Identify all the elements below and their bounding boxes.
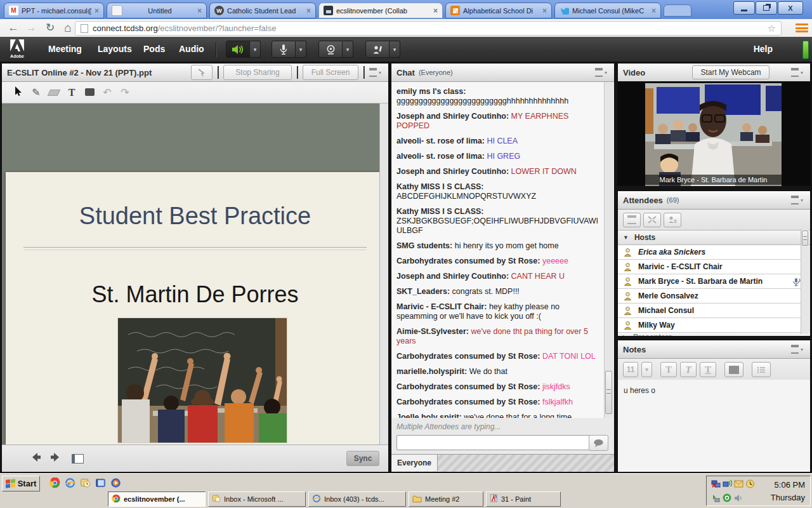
prev-slide-icon[interactable] [30,451,43,465]
attendee-row[interactable]: Marivic - E-CSLIT Chair [618,260,807,274]
tray-clock-day[interactable]: Thursday [771,493,805,502]
tab-twitter[interactable]: Michael Consul (MikeC × [554,3,661,18]
chat-scroll-thumb[interactable] [605,371,612,414]
microphone-button[interactable] [272,41,296,58]
menu-layouts[interactable]: Layouts [95,37,134,62]
microphone-dropdown[interactable]: ▾ [296,41,306,58]
attendees-scroll-thumb[interactable] [802,231,808,246]
taskbar-button-paint[interactable]: 31 - Paint [486,491,561,507]
update-sync-icon[interactable] [710,493,721,503]
close-button[interactable]: X [778,1,803,15]
speaker-dropdown[interactable]: ▾ [250,41,261,58]
presenters-group-header[interactable]: ▶ Presenters [618,333,810,337]
video-pod-menu-icon[interactable]: ▾ [791,68,805,77]
attendee-status-button[interactable] [664,213,681,227]
font-size-dropdown[interactable]: ▾ [641,362,652,377]
tab-close-icon[interactable]: × [542,6,547,15]
sync-button[interactable]: Sync [346,451,379,466]
url-bar[interactable]: connect.tcdsb.org/ecslitnovember/?launch… [75,21,782,36]
bullet-list-button[interactable] [752,362,771,377]
connection-status-icon[interactable] [802,41,809,59]
speaker-button[interactable] [226,41,250,58]
ie-quicklaunch-icon[interactable]: e [63,476,77,490]
taskbar-button-ecslitnovember[interactable]: ecslitnovember (... [108,491,206,507]
attendees-scrollbar[interactable] [801,229,809,334]
new-tab-button[interactable] [664,4,691,17]
tab-close-icon[interactable]: × [652,6,656,15]
chrome-quicklaunch-icon[interactable] [48,476,62,490]
network-activity-icon[interactable] [722,479,732,489]
menu-help[interactable]: Help [751,37,775,62]
menu-audio[interactable]: Audio [176,37,207,62]
webcam-dropdown[interactable]: ▾ [343,41,353,58]
font-size-value[interactable]: 11 [623,362,638,377]
messenger-icon[interactable] [722,493,732,503]
wmp-quicklaunch-icon[interactable] [109,476,122,490]
italic-button[interactable]: T [680,362,697,377]
breakout-view-button[interactable] [643,213,661,227]
moviemaker-quicklaunch-icon[interactable] [94,476,107,490]
tab-untitled[interactable]: Untitled × [107,3,207,18]
attendee-row[interactable]: Milky Way [618,318,807,333]
tab-school-directory[interactable]: Alphabetical School Di × [445,3,552,18]
set-status-button[interactable] [365,41,390,58]
tab-close-icon[interactable]: × [306,6,311,15]
outlook-quicklaunch-icon[interactable] [79,476,92,490]
undo-icon[interactable]: ↶ [98,86,116,98]
chat-input[interactable] [396,435,593,450]
new-mail-icon[interactable] [733,479,743,489]
minimize-button[interactable] [733,1,755,15]
volume-icon[interactable] [733,493,743,503]
hosts-group-header[interactable]: ▼ Hosts [618,231,810,245]
network-error-icon[interactable] [710,479,721,489]
menu-meeting[interactable]: Meeting [46,37,84,62]
webcam-button[interactable] [318,41,343,58]
collapse-icon[interactable]: ▼ [623,234,629,241]
send-message-button[interactable] [589,435,608,451]
status-dropdown[interactable]: ▾ [390,41,400,58]
attendee-row[interactable]: Michael Consul [618,304,807,318]
text-color-button[interactable] [724,362,743,377]
reload-icon[interactable]: ↻ [42,20,58,36]
stop-sharing-button[interactable]: Stop Sharing [223,65,292,80]
next-slide-icon[interactable] [49,451,62,465]
notes-pod-menu-icon[interactable]: ▾ [791,345,805,354]
tab-wordpress[interactable]: W Catholic Student Lead × [209,3,316,18]
full-screen-button[interactable]: Full Screen [303,65,358,80]
expand-icon[interactable]: ▶ [623,334,627,337]
chat-log[interactable]: emily ms I's class: gggggggggggggggggggg… [391,82,605,418]
chat-pod-menu-icon[interactable]: ▾ [595,68,609,77]
chrome-menu-icon[interactable] [796,23,808,32]
chat-scrollbar[interactable] [604,82,613,418]
bookmark-star-icon[interactable]: ☆ [768,23,776,34]
chat-tab-everyone[interactable]: Everyone [391,455,438,471]
tab-gmail[interactable]: M PPT - michael.consul@ × [4,3,104,18]
start-webcam-button[interactable]: Start My Webcam [692,65,769,79]
redo-icon[interactable]: ↷ [116,86,134,98]
pencil-tool-icon[interactable]: ✎ [27,86,45,98]
forward-icon[interactable]: → [23,20,39,36]
attendee-row[interactable]: Mark Bryce - St. Barbara de Martin [618,274,807,289]
attendees-pod-menu-icon[interactable]: ▾ [791,196,805,204]
restore-button[interactable] [756,1,777,15]
taskbar-button-ie-inbox[interactable]: Inbox (403) - tcds... [308,491,406,507]
notes-content[interactable]: u heres o [618,380,810,472]
taskbar-button-meeting-folder[interactable]: Meeting #2 [409,491,483,507]
pointer-tool-icon[interactable] [10,86,27,98]
shape-tool-icon[interactable] [81,87,98,98]
attendee-row[interactable]: Erica aka Snickers [618,245,807,260]
outlook-reminder-icon[interactable] [745,479,755,489]
start-button[interactable]: Start [2,476,40,491]
tab-close-icon[interactable]: × [95,6,99,15]
tab-close-icon[interactable]: × [197,6,202,15]
eraser-tool-icon[interactable] [45,87,63,98]
list-view-button[interactable] [623,213,641,227]
share-pod-menu-icon[interactable]: ▾ [369,68,383,77]
attendee-row[interactable]: Merle Gonsalvez [618,289,807,304]
draw-button[interactable] [191,65,213,80]
underline-button[interactable]: T [700,362,716,377]
home-icon[interactable]: ⌂ [60,20,76,36]
tab-ecslitnovember[interactable]: ecslitnovember (Collab × [318,3,443,18]
bold-button[interactable]: T [660,362,677,377]
share-scrollbar[interactable] [379,104,388,444]
